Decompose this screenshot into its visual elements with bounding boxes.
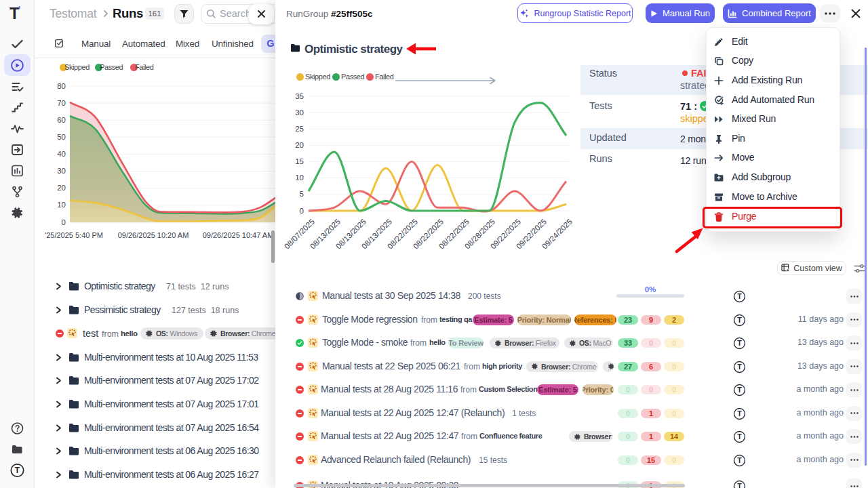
- svg-text:T: T: [737, 456, 742, 464]
- svg-text:80: 80: [57, 82, 66, 90]
- svg-text:10: 10: [57, 201, 66, 209]
- svg-text:09/26/2025 10:47 AM: 09/26/2025 10:47 AM: [203, 231, 274, 239]
- svg-text:09/26/2025 10:20 AM: 09/26/2025 10:20 AM: [118, 231, 189, 239]
- svg-text:20: 20: [295, 141, 304, 149]
- svg-text:T: T: [737, 386, 742, 394]
- svg-text:T: T: [15, 466, 20, 475]
- svg-text:35: 35: [295, 92, 304, 100]
- svg-text:T: T: [737, 363, 742, 371]
- svg-text:T: T: [737, 292, 742, 300]
- svg-text:T: T: [737, 482, 742, 488]
- svg-text:0: 0: [300, 207, 304, 215]
- svg-text:40: 40: [57, 150, 66, 158]
- svg-text:30: 30: [57, 167, 66, 175]
- svg-text:20: 20: [57, 184, 66, 192]
- svg-text:60: 60: [57, 116, 66, 124]
- svg-text:T: T: [737, 409, 742, 418]
- svg-text:'25/2025 5:40 PM: '25/2025 5:40 PM: [45, 231, 103, 239]
- svg-text:T: T: [737, 316, 742, 324]
- svg-text:T: T: [737, 339, 742, 347]
- svg-text:5: 5: [300, 190, 304, 198]
- svg-text:25: 25: [295, 125, 304, 133]
- svg-text:0: 0: [62, 218, 66, 226]
- svg-text:50: 50: [57, 133, 66, 141]
- svg-text:10: 10: [295, 174, 304, 182]
- svg-text:70: 70: [57, 99, 66, 107]
- svg-text:T: T: [737, 432, 742, 441]
- svg-text:15: 15: [295, 157, 304, 165]
- svg-text:30: 30: [295, 108, 304, 117]
